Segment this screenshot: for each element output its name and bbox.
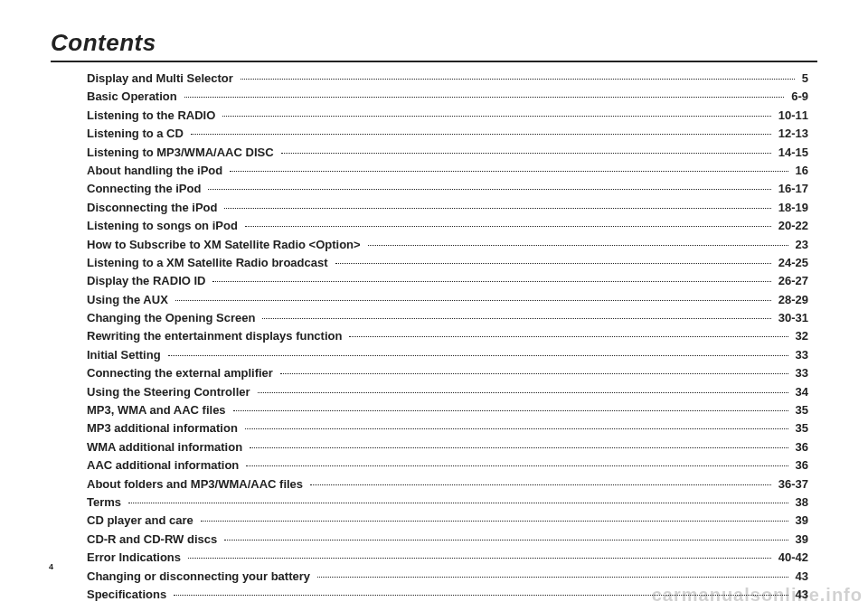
toc-row: Connecting the iPod16-17 <box>87 182 808 197</box>
toc-page-number: 34 <box>790 385 808 400</box>
toc-title: Using the Steering Controller <box>87 385 256 400</box>
title-underline <box>51 61 817 62</box>
toc-page-number: 33 <box>790 348 808 363</box>
toc-page-number: 30-31 <box>773 311 808 326</box>
toc-page-number: 23 <box>790 238 808 253</box>
toc-row: Disconnecting the iPod18-19 <box>87 201 808 216</box>
toc-dots <box>368 245 788 246</box>
toc-page-number: 12-13 <box>773 127 808 142</box>
toc-row: MP3 additional information35 <box>87 421 808 437</box>
toc-title: MP3, WMA and AAC files <box>87 403 231 418</box>
page-title: Contents <box>51 29 817 57</box>
toc-title: AAC additional information <box>87 458 244 474</box>
toc-title: CD-R and CD-RW discs <box>87 532 222 548</box>
toc-row: Initial Setting33 <box>87 348 808 363</box>
toc-row: AAC additional information36 <box>87 458 808 474</box>
toc-row: CD-R and CD-RW discs39 <box>87 532 808 548</box>
toc-dots <box>310 484 771 485</box>
toc-dots <box>241 79 795 80</box>
page-number: 4 <box>49 562 53 571</box>
toc-title: Error Indications <box>87 550 186 566</box>
toc-dots <box>349 336 788 337</box>
toc-title: Rewriting the entertainment displays fun… <box>87 329 347 344</box>
toc-row: Display and Multi Selector5 <box>87 71 808 87</box>
toc-row: Listening to MP3/WMA/AAC DISC14-15 <box>87 146 808 161</box>
toc-title: MP3 additional information <box>87 421 243 437</box>
toc-dots <box>258 392 788 393</box>
toc-dots <box>168 355 788 356</box>
toc-dots <box>245 428 788 429</box>
toc-page-number: 24-25 <box>773 256 808 271</box>
toc-row: Basic Operation6-9 <box>87 89 808 105</box>
document-page: Contents Display and Multi Selector5Basi… <box>0 0 868 603</box>
toc-title: About handling the iPod <box>87 164 228 179</box>
toc-dots <box>230 171 788 172</box>
toc-row: Listening to songs on iPod20-22 <box>87 219 808 234</box>
toc-page-number: 10-11 <box>773 108 808 124</box>
toc-row: Listening to a XM Satellite Radio broadc… <box>87 256 808 271</box>
toc-page-number: 14-15 <box>773 146 808 161</box>
toc-dots <box>250 447 788 448</box>
toc-page-number: 5 <box>797 71 808 87</box>
toc-page-number: 38 <box>790 495 808 511</box>
toc-dots <box>280 373 788 374</box>
toc-row: Connecting the external amplifier33 <box>87 366 808 381</box>
toc-title: Listening to a XM Satellite Radio broadc… <box>87 256 334 271</box>
toc-page-number: 6-9 <box>786 89 808 105</box>
toc-dots <box>184 97 785 98</box>
toc-title: CD player and care <box>87 513 199 529</box>
toc-dots <box>246 465 788 466</box>
toc-row: Changing or disconnecting your battery43 <box>87 569 808 585</box>
toc-dots <box>245 226 771 227</box>
toc-dots <box>281 153 771 154</box>
toc-row: WMA additional information36 <box>87 440 808 456</box>
toc-page-number: 28-29 <box>773 293 808 308</box>
toc-page-number: 32 <box>790 329 808 344</box>
toc-page-number: 36 <box>790 458 808 474</box>
toc-title: Changing the Opening Screen <box>87 311 260 326</box>
toc-row: Display the RADIO ID26-27 <box>87 274 808 289</box>
toc-title: Listening to MP3/WMA/AAC DISC <box>87 146 279 161</box>
toc-dots <box>208 189 770 190</box>
toc-title: Connecting the iPod <box>87 182 206 197</box>
toc-page-number: 36-37 <box>773 477 808 493</box>
table-of-contents: Display and Multi Selector5Basic Operati… <box>51 71 817 603</box>
toc-page-number: 35 <box>790 403 808 418</box>
toc-dots <box>224 208 770 209</box>
toc-page-number: 18-19 <box>773 201 808 216</box>
toc-page-number: 16-17 <box>773 182 808 197</box>
toc-title: Specifications <box>87 588 172 603</box>
toc-dots <box>233 410 788 411</box>
toc-dots <box>191 134 771 135</box>
toc-title: Initial Setting <box>87 348 166 363</box>
toc-page-number: 39 <box>790 513 808 529</box>
toc-title: Terms <box>87 495 127 511</box>
toc-row: Terms38 <box>87 495 808 511</box>
toc-dots <box>175 300 771 301</box>
toc-dots <box>222 116 770 117</box>
toc-row: MP3, WMA and AAC files35 <box>87 403 808 418</box>
toc-row: Using the AUX28-29 <box>87 293 808 308</box>
toc-title: Basic Operation <box>87 89 183 105</box>
toc-page-number: 26-27 <box>773 274 808 289</box>
toc-row: Changing the Opening Screen30-31 <box>87 311 808 326</box>
toc-title: Connecting the external amplifier <box>87 366 278 381</box>
toc-title: Display the RADIO ID <box>87 274 211 289</box>
toc-page-number: 20-22 <box>773 219 808 234</box>
toc-title: WMA additional information <box>87 440 248 456</box>
toc-row: CD player and care39 <box>87 513 808 529</box>
toc-page-number: 40-42 <box>773 550 808 566</box>
toc-title: Changing or disconnecting your battery <box>87 569 316 585</box>
toc-page-number: 16 <box>790 164 808 179</box>
toc-page-number: 43 <box>790 569 808 585</box>
toc-dots <box>212 281 770 282</box>
toc-page-number: 36 <box>790 440 808 456</box>
toc-page-number: 33 <box>790 366 808 381</box>
toc-page-number: 39 <box>790 532 808 548</box>
toc-row: Using the Steering Controller34 <box>87 385 808 400</box>
toc-title: Display and Multi Selector <box>87 71 239 87</box>
toc-row: Listening to the RADIO10-11 <box>87 108 808 124</box>
toc-title: How to Subscribe to XM Satellite Radio <… <box>87 238 366 253</box>
toc-row: About handling the iPod16 <box>87 164 808 179</box>
toc-row: Listening to a CD12-13 <box>87 127 808 142</box>
